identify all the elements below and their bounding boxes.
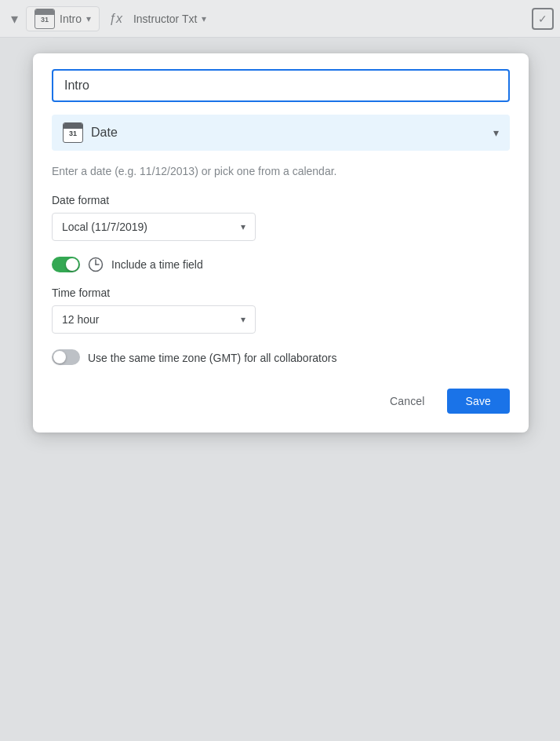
type-description: Enter a date (e.g. 11/12/2013) or pick o…	[52, 163, 510, 180]
time-format-chevron-icon: ▾	[241, 314, 245, 325]
type-label: Date	[91, 126, 118, 140]
date-format-label: Date format	[52, 194, 510, 206]
date-format-value: Local (11/7/2019)	[62, 221, 147, 233]
type-calendar-icon: 31	[63, 122, 83, 143]
type-selector-left: 31 Date	[63, 122, 118, 143]
gmt-toggle[interactable]	[52, 349, 80, 365]
dialog-overlay: 31 Date ▾ Enter a date (e.g. 11/12/2013)…	[0, 0, 560, 741]
toggle-knob	[66, 258, 78, 271]
gmt-label: Use the same time zone (GMT) for all col…	[88, 349, 336, 367]
column-name-input[interactable]	[52, 69, 510, 102]
gmt-row: Use the same time zone (GMT) for all col…	[52, 349, 510, 367]
type-selector[interactable]: 31 Date ▾	[52, 115, 510, 151]
column-settings-dialog: 31 Date ▾ Enter a date (e.g. 11/12/2013)…	[33, 53, 529, 433]
time-format-value: 12 hour	[62, 313, 99, 326]
cancel-button[interactable]: Cancel	[377, 389, 437, 414]
include-time-label: Include a time field	[111, 258, 203, 271]
time-format-dropdown[interactable]: 12 hour ▾	[52, 305, 256, 334]
gmt-toggle-knob	[53, 351, 66, 363]
date-format-dropdown[interactable]: Local (11/7/2019) ▾	[52, 213, 256, 241]
time-format-label: Time format	[52, 287, 510, 299]
include-time-toggle[interactable]	[52, 257, 80, 272]
save-button[interactable]: Save	[447, 389, 510, 414]
action-buttons: Cancel Save	[52, 389, 510, 414]
name-input-wrapper	[52, 69, 510, 102]
date-format-chevron-icon: ▾	[241, 221, 245, 232]
include-time-row: Include a time field	[52, 257, 510, 272]
clock-icon	[88, 257, 104, 272]
time-format-section: Time format 12 hour ▾	[52, 287, 510, 334]
type-chevron-icon: ▾	[493, 126, 499, 139]
